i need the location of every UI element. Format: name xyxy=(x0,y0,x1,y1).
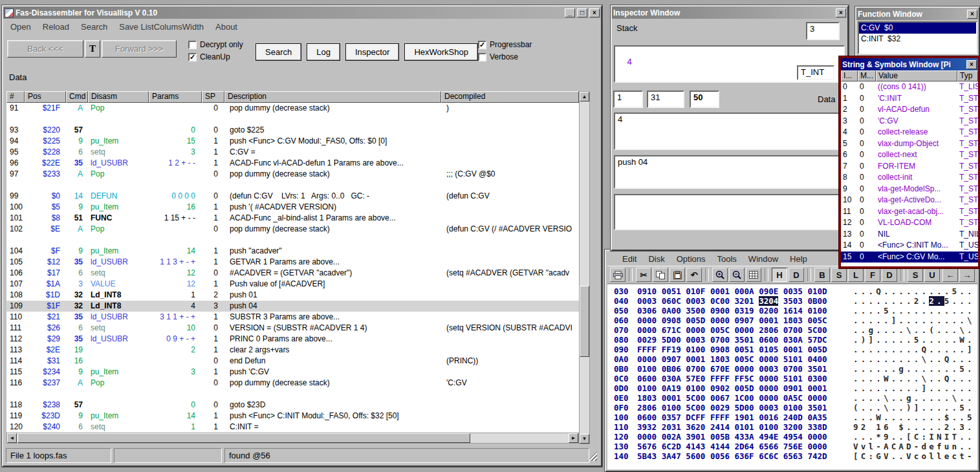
symbols-row[interactable]: 90vla-get-ModelSp...T_STR xyxy=(841,184,978,195)
table-row[interactable] xyxy=(6,235,579,246)
hex-menu-help[interactable]: Help xyxy=(784,253,813,265)
grid-view-button[interactable] xyxy=(746,268,761,282)
table-row[interactable]: 99$014DEFUN0 0 0 00(defun C:GV LVrs: 1 A… xyxy=(6,191,579,202)
menu-open[interactable]: Open xyxy=(5,21,37,33)
table-row[interactable]: 119$23D9pu_Item141push <Func> C:INIT Mod… xyxy=(6,411,579,422)
inspector-titlebar[interactable]: Inspector Window × xyxy=(612,6,847,19)
table-row[interactable]: 104$F9pu_Item141push "acadver" xyxy=(6,246,579,257)
function-item[interactable]: C:INIT $32 xyxy=(859,34,976,45)
maximize-button[interactable]: □ xyxy=(577,8,587,17)
column-header-params[interactable]: Params xyxy=(149,91,202,103)
symbols-row[interactable]: 30'C:GVT_STR xyxy=(841,116,978,127)
close-button[interactable]: × xyxy=(836,8,846,17)
inspector-field-2[interactable]: 50 xyxy=(690,91,719,108)
symbols-row[interactable]: 120VL-LOAD-COMT_STR xyxy=(841,217,978,229)
column-header-num[interactable]: # xyxy=(6,91,25,103)
symbols-column-i[interactable]: I... xyxy=(841,70,858,81)
mode-d-button[interactable]: D xyxy=(882,268,897,282)
hex-dump[interactable]: 0300910 0051 010F 0001 000A 090E 0035 01… xyxy=(607,284,977,469)
font-button[interactable]: T xyxy=(85,40,100,58)
symbols-row[interactable]: 50vlax-dump-ObjectT_STR xyxy=(841,138,978,150)
hex-menu-disk[interactable]: Disk xyxy=(642,253,670,265)
scroll-thumb[interactable] xyxy=(17,433,470,443)
cut-button[interactable]: ✂ xyxy=(636,268,651,282)
symbols-titlebar[interactable]: String & Symbols Window [Pi × xyxy=(841,58,978,70)
scroll-up-button[interactable]: ▲ xyxy=(580,92,589,102)
search-button[interactable]: Search xyxy=(256,43,301,61)
column-header-sp[interactable]: SP xyxy=(202,91,224,103)
close-button[interactable]: × xyxy=(966,60,977,69)
hexworkshop-button[interactable]: HexWorkShop xyxy=(404,43,478,61)
hex-menu-options[interactable]: Options xyxy=(671,253,712,265)
inspector-field-1[interactable]: 31 xyxy=(647,91,684,108)
table-row[interactable]: 114$31160end Defun(PRINC)) xyxy=(6,356,579,367)
value-box-top[interactable]: 4 T_INT xyxy=(614,45,845,83)
table-row[interactable]: 105$1235ld_USUBR1 1 3 + - +1GETVAR 1 Par… xyxy=(6,257,579,268)
table-row[interactable] xyxy=(6,180,579,191)
menu-reload[interactable]: Reload xyxy=(37,21,75,33)
symbols-row[interactable]: 100vla-get-ActiveDo...T_STR xyxy=(841,195,978,206)
symbols-row[interactable]: 80collect-initT_STR xyxy=(841,172,978,184)
symbols-column-m[interactable]: M... xyxy=(858,70,876,81)
checkbox-progressbar[interactable]: ✓Progressbar xyxy=(478,39,532,50)
symbols-row[interactable]: 40collect-releaseT_STR xyxy=(841,127,978,138)
symbols-row[interactable]: 00((cons 0 141))T_LIST xyxy=(841,81,978,93)
table-row[interactable]: 101$851FUNC1 15 + - -1ACAD-Func _al-bind… xyxy=(6,213,579,224)
symbols-row[interactable]: 140<Func> C:INIT Mo...T_USU xyxy=(841,240,978,252)
table-row[interactable]: 108$1D32Ld_INT812push 01 xyxy=(6,290,579,301)
mode-s-button[interactable]: S xyxy=(908,268,923,282)
log-button[interactable]: Log xyxy=(307,43,340,61)
undo-button[interactable]: ↶ xyxy=(686,268,702,282)
checkbox-decrypt-only[interactable]: Decrypt only xyxy=(188,39,243,50)
table-row[interactable]: 111$266setq100VERSION = (SUBSTR #ACADVER… xyxy=(6,323,579,334)
code-box[interactable]: push 04 xyxy=(614,155,845,189)
close-button[interactable]: × xyxy=(589,8,600,17)
function-titlebar[interactable]: Function Window × xyxy=(856,8,979,20)
column-header-cmd[interactable]: Cmd xyxy=(66,91,88,103)
table-row[interactable]: 116$237APop0pop dummy (decrease stack)'C… xyxy=(6,378,579,389)
table-row[interactable]: 107$1A3VALUE121Push value of [#ACADVER] xyxy=(6,279,579,290)
mode-s-button[interactable]: S xyxy=(831,268,847,282)
paste-button[interactable] xyxy=(670,268,685,282)
close-button[interactable]: × xyxy=(967,10,977,19)
symbols-column-typ[interactable]: Typ xyxy=(957,70,978,81)
print-button[interactable] xyxy=(610,268,626,282)
scroll-down-button[interactable]: ▼ xyxy=(580,434,589,444)
table-row[interactable]: 106$176setq120#ACADVER = (GETVAR "acadve… xyxy=(6,268,579,279)
column-header-description[interactable]: Description xyxy=(224,91,441,103)
table-row[interactable]: 95$2286setq31C:GV = xyxy=(6,147,579,158)
hex-menu-tools[interactable]: Tools xyxy=(712,253,743,265)
type-field[interactable]: T_INT xyxy=(797,65,834,80)
table-row[interactable]: 109$1F32Ld_INT843push 04 xyxy=(6,301,579,312)
inspector-button[interactable]: Inspector xyxy=(345,43,399,61)
mode-u-button[interactable]: U xyxy=(924,268,940,282)
menu-about[interactable]: About xyxy=(210,21,243,33)
main-titlebar[interactable]: Fas-Disassembler for Visuallisp V 0.10 _… xyxy=(3,6,601,19)
table-row[interactable]: 100$59pu_Item161push '( #ACADVER VERSION… xyxy=(6,202,579,213)
zoom-out-button[interactable] xyxy=(729,268,745,282)
table-row[interactable]: 112$2935ld_USUBR0 9 + - +1PRINC 0 Params… xyxy=(6,334,579,345)
forward-button[interactable]: Forward >>> xyxy=(102,40,177,58)
table-row[interactable]: 120$2406setq11C:INIT = xyxy=(6,422,579,433)
symbols-row[interactable]: 10'C:INITT_STR xyxy=(841,93,978,105)
minimize-button[interactable]: _ xyxy=(565,8,575,17)
stack-count-field[interactable]: 3 xyxy=(806,22,840,40)
symbols-row[interactable]: 130NILT_NIL xyxy=(841,229,978,241)
table-row[interactable] xyxy=(6,114,579,125)
scroll-thumb[interactable] xyxy=(580,286,589,357)
vertical-scrollbar[interactable]: ▲ ▼ xyxy=(579,91,590,444)
menu-save-listcolumswidth[interactable]: Save ListColumsWidth xyxy=(113,21,210,33)
symbols-row[interactable]: 110vlax-get-acad-obj...T_STR xyxy=(841,206,978,218)
zoom-in-button[interactable] xyxy=(712,268,728,282)
horizontal-scrollbar[interactable]: ◄ ► xyxy=(6,433,579,444)
inspector-field-0[interactable]: 1 xyxy=(613,91,643,108)
scroll-left-button[interactable]: ◄ xyxy=(7,433,17,443)
value-box-mid[interactable]: 4 xyxy=(614,113,845,150)
symbols-row[interactable]: 60collect-nextT_STR xyxy=(841,149,978,161)
table-row[interactable]: 93$2205700goto $225 xyxy=(6,125,579,136)
empty-box[interactable] xyxy=(614,194,845,230)
symbols-row[interactable]: 20vl-ACAD-defunT_STR xyxy=(841,104,978,116)
mode-b-button[interactable]: B xyxy=(814,268,830,282)
scroll-right-button[interactable]: ► xyxy=(569,433,578,443)
function-item[interactable]: C:GV $0 xyxy=(859,23,976,34)
